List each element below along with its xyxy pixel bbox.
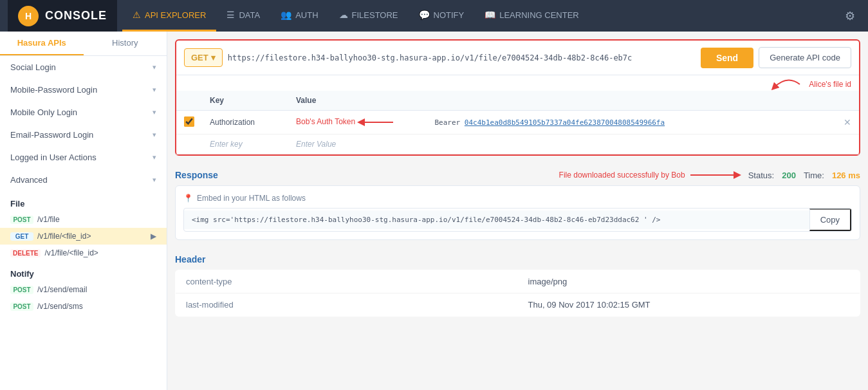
chevron-down-icon: ▾ xyxy=(211,53,216,62)
endpoint-post-v1-send-sms[interactable]: POST /v1/send/sms xyxy=(0,298,167,315)
status-label: Status: xyxy=(748,171,774,180)
status-code: 200 xyxy=(782,171,796,180)
chevron-right-icon: ▶ xyxy=(151,232,156,241)
value-col-header: Value xyxy=(288,91,836,111)
chevron-down-icon: ▾ xyxy=(152,63,156,71)
endpoint-post-v1-send-email[interactable]: POST /v1/send/email xyxy=(0,281,167,298)
header-value: Thu, 09 Nov 2017 10:02:15 GMT xyxy=(518,293,860,317)
sidebar-item-logged-in-user-actions[interactable]: Logged in User Actions ▾ xyxy=(0,146,167,169)
main-content: GET ▾ Send Generate API code xyxy=(167,32,868,390)
copy-button[interactable]: Copy xyxy=(809,209,851,231)
endpoint-delete-v1-file-id[interactable]: DELETE /v1/file/<file_id> xyxy=(0,245,167,261)
header-key: content-type xyxy=(176,270,518,293)
response-body: 📍 Embed in your HTML as follows <img src… xyxy=(175,185,860,240)
sidebar-item-social-login[interactable]: Social Login ▾ xyxy=(0,56,167,79)
embed-hint: 📍 Embed in your HTML as follows xyxy=(183,194,852,203)
method-badge-post: POST xyxy=(10,216,33,224)
method-badge-get: GET xyxy=(10,232,33,241)
tab-history[interactable]: History xyxy=(84,32,167,55)
notify-section-label: Notify xyxy=(0,261,167,281)
annotation-area: Alice's file id xyxy=(176,75,859,91)
settings-icon[interactable]: ⚙ xyxy=(840,4,860,28)
remove-header-button[interactable]: ✕ xyxy=(844,117,851,127)
data-icon: ☰ xyxy=(226,10,235,20)
logo-area: H CONSOLE xyxy=(8,0,117,32)
file-section-label: File xyxy=(0,191,167,211)
auth-key-cell: Authorization xyxy=(202,111,288,135)
generate-api-code-button[interactable]: Generate API code xyxy=(759,47,851,68)
auth-value-cell: Bob's Auth Token xyxy=(288,111,836,135)
notify-icon: 💬 xyxy=(419,10,430,20)
table-row: last-modifiedThu, 09 Nov 2017 10:02:15 G… xyxy=(176,293,860,317)
send-button[interactable]: Send xyxy=(701,48,753,68)
enter-key-cell[interactable]: Enter key xyxy=(202,135,288,154)
chevron-down-icon: ▾ xyxy=(152,108,156,116)
chevron-down-icon: ▾ xyxy=(152,131,156,139)
nav-filestore[interactable]: ☁ FILESTORE xyxy=(329,0,409,32)
nav-learning-center[interactable]: 📖 LEARNING CENTER xyxy=(474,0,589,32)
response-headers-table: content-typeimage/pnglast-modifiedThu, 0… xyxy=(175,270,860,317)
alice-annotation: Alice's file id xyxy=(774,78,851,91)
top-nav: H CONSOLE ⚠ API EXPLORER ☰ DATA 👥 AUTH ☁… xyxy=(0,0,868,32)
sidebar-item-mobile-password-login[interactable]: Mobile-Password Login ▾ xyxy=(0,79,167,101)
auth-value-text: Bearer 04c4b1ea0d8b549105b7337a04fe62387… xyxy=(435,118,665,127)
embed-code-row: <img src='https://filestore.h34-ballyhoo… xyxy=(183,208,852,232)
auth-checkbox[interactable] xyxy=(184,116,194,127)
table-row: content-typeimage/png xyxy=(176,270,860,293)
endpoint-get-v1-file-id[interactable]: GET /v1/file/<file_id> ▶ xyxy=(0,228,167,245)
url-input[interactable] xyxy=(228,53,696,62)
method-select[interactable]: GET ▾ xyxy=(184,48,223,67)
logo-icon: H xyxy=(18,6,39,26)
response-header: Response File downloaded successfully by… xyxy=(175,163,860,185)
chevron-down-icon: ▾ xyxy=(152,86,156,94)
header-key: last-modified xyxy=(176,293,518,317)
filestore-icon: ☁ xyxy=(339,10,348,20)
sidebar-item-advanced[interactable]: Advanced ▾ xyxy=(0,169,167,191)
method-badge-post: POST xyxy=(10,302,33,311)
enter-value-cell[interactable]: Enter Value xyxy=(288,135,836,154)
bearer-token: 04c4b1ea0d8b549105b7337a04fe623870048085… xyxy=(465,118,665,127)
time-label: Time: xyxy=(804,171,824,180)
sidebar-item-mobile-only-login[interactable]: Mobile Only Login ▾ xyxy=(0,101,167,124)
chevron-down-icon: ▾ xyxy=(152,153,156,162)
tab-hasura-apis[interactable]: Hasura APIs xyxy=(0,32,84,55)
time-value: 126 ms xyxy=(832,171,860,180)
remove-cell: ✕ xyxy=(836,111,859,135)
app-title: CONSOLE xyxy=(45,9,107,23)
header-section-label: Header xyxy=(175,248,860,270)
response-label: Response xyxy=(175,170,218,180)
nav-data[interactable]: ☰ DATA xyxy=(216,0,270,32)
embed-code: <img src='https://filestore.h34-ballyhoo… xyxy=(184,210,809,229)
sidebar-item-email-password-login[interactable]: Email-Password Login ▾ xyxy=(0,124,167,146)
nav-api-explorer[interactable]: ⚠ API EXPLORER xyxy=(122,0,216,32)
remove-col-header xyxy=(836,91,859,111)
nav-notify[interactable]: 💬 NOTIFY xyxy=(409,0,475,32)
key-col-header: Key xyxy=(202,91,288,111)
sidebar-tabs: Hasura APIs History xyxy=(0,32,167,56)
api-explorer-icon: ⚠ xyxy=(133,10,141,20)
status-area: File downloaded successfully by Bob Stat… xyxy=(559,170,860,180)
api-url-row: GET ▾ Send Generate API code xyxy=(176,41,859,75)
api-request-box: GET ▾ Send Generate API code xyxy=(175,39,860,156)
method-badge-delete: DELETE xyxy=(10,249,41,257)
checkbox-col-header xyxy=(176,91,202,111)
header-value: image/png xyxy=(518,270,860,293)
headers-table: Key Value Authorization xyxy=(176,91,859,154)
empty-header-row: Enter key Enter Value xyxy=(176,135,859,154)
sidebar: Hasura APIs History Social Login ▾ Mobil… xyxy=(0,32,167,390)
learning-icon: 📖 xyxy=(485,10,495,20)
success-annotation: File downloaded successfully by Bob xyxy=(559,170,741,180)
auth-icon: 👥 xyxy=(281,10,291,20)
endpoint-post-v1-file[interactable]: POST /v1/file xyxy=(0,211,167,228)
bobs-token-annotation: Bob's Auth Token xyxy=(296,116,396,129)
auth-header-row: Authorization Bob's Auth Token xyxy=(176,111,859,135)
nav-auth[interactable]: 👥 AUTH xyxy=(270,0,328,32)
method-badge-post: POST xyxy=(10,286,33,294)
pin-icon: 📍 xyxy=(183,194,193,203)
chevron-down-icon: ▾ xyxy=(152,176,156,184)
